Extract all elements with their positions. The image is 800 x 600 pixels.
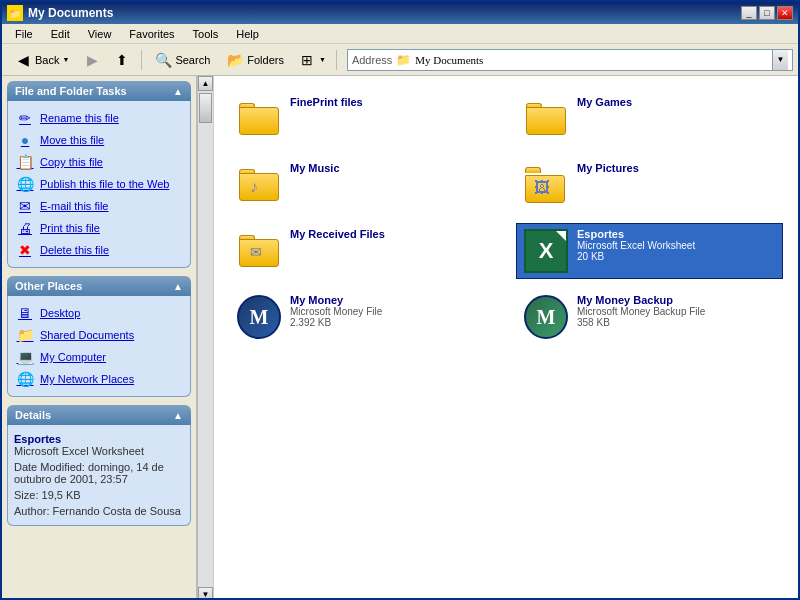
- file-tasks-header[interactable]: File and Folder Tasks ▲: [7, 81, 191, 101]
- copy-link[interactable]: 📋 Copy this file: [12, 151, 186, 173]
- menu-view[interactable]: View: [80, 26, 120, 42]
- details-body: Esportes Microsoft Excel Worksheet Date …: [7, 425, 191, 526]
- fineprint-info: FinePrint files: [290, 96, 489, 108]
- other-places-header[interactable]: Other Places ▲: [7, 276, 191, 296]
- publish-icon: 🌐: [16, 175, 34, 193]
- back-label: Back: [35, 54, 59, 66]
- title-bar: 📁 My Documents _ □ ✕: [2, 2, 798, 24]
- mygames-name: My Games: [577, 96, 776, 108]
- publish-link[interactable]: 🌐 Publish this file to the Web: [12, 173, 186, 195]
- window-controls: _ □ ✕: [741, 6, 793, 20]
- other-places-body: 🖥 Desktop 📁 Shared Documents 💻 My Comput…: [7, 296, 191, 397]
- desktop-link[interactable]: 🖥 Desktop: [12, 302, 186, 324]
- file-item-mygames[interactable]: My Games: [516, 91, 783, 147]
- mymoneybackup-size: 358 KB: [577, 317, 776, 328]
- details-date-modified: Date Modified: domingo, 14 de outubro de…: [14, 461, 184, 485]
- mymusic-info: My Music: [290, 162, 489, 174]
- menu-file[interactable]: File: [7, 26, 41, 42]
- file-item-myreceived[interactable]: My Received Files: [229, 223, 496, 279]
- excel-corner: [556, 231, 566, 241]
- move-link[interactable]: ● Move this file: [12, 129, 186, 151]
- print-link[interactable]: 🖨 Print this file: [12, 217, 186, 239]
- esportes-size: 20 KB: [577, 251, 776, 262]
- file-item-esportes[interactable]: Esportes Microsoft Excel Worksheet 20 KB: [516, 223, 783, 279]
- myreceived-icon: [236, 228, 282, 274]
- details-section: Details ▲ Esportes Microsoft Excel Works…: [7, 405, 191, 526]
- mymoney-desc: Microsoft Money File: [290, 306, 489, 317]
- search-icon: 🔍: [154, 51, 172, 69]
- left-scrollbar[interactable]: ▲ ▼: [197, 76, 214, 600]
- other-places-chevron: ▲: [173, 281, 183, 292]
- file-item-fineprint[interactable]: FinePrint files: [229, 91, 496, 147]
- shared-docs-icon: 📁: [16, 326, 34, 344]
- menu-favorites[interactable]: Favorites: [121, 26, 182, 42]
- folder-body: [239, 173, 279, 201]
- network-places-link[interactable]: 🌐 My Network Places: [12, 368, 186, 390]
- email-icon: ✉: [16, 197, 34, 215]
- views-button[interactable]: ⊞ ▼: [293, 47, 331, 73]
- address-dropdown-button[interactable]: ▼: [772, 50, 788, 70]
- my-computer-link[interactable]: 💻 My Computer: [12, 346, 186, 368]
- rename-icon: ✏: [16, 109, 34, 127]
- mymoneybackup-info: My Money Backup Microsoft Money Backup F…: [577, 294, 776, 328]
- address-folder-icon: 📁: [396, 53, 411, 67]
- money-icon: M: [237, 295, 281, 339]
- up-button[interactable]: ⬆: [108, 47, 136, 73]
- money-backup-icon: M: [524, 295, 568, 339]
- menu-edit[interactable]: Edit: [43, 26, 78, 42]
- toolbar-separator-2: [336, 50, 337, 70]
- menu-help[interactable]: Help: [228, 26, 267, 42]
- folders-button[interactable]: 📂 Folders: [219, 47, 291, 73]
- scroll-up-button[interactable]: ▲: [198, 76, 213, 91]
- pictures-folder-shape: 🖼: [525, 167, 567, 203]
- desktop-label: Desktop: [40, 307, 80, 319]
- mypictures-icon: 🖼: [523, 162, 569, 208]
- mymoney-icon: M: [236, 294, 282, 340]
- details-header[interactable]: Details ▲: [7, 405, 191, 425]
- folders-label: Folders: [247, 54, 284, 66]
- window-title: My Documents: [28, 6, 113, 20]
- copy-label: Copy this file: [40, 156, 103, 168]
- details-file-type: Microsoft Excel Worksheet: [14, 445, 184, 457]
- fineprint-icon: [236, 96, 282, 142]
- address-bar: Address 📁 ▼: [347, 49, 793, 71]
- close-button[interactable]: ✕: [777, 6, 793, 20]
- delete-link[interactable]: ✖ Delete this file: [12, 239, 186, 261]
- address-input[interactable]: [415, 54, 768, 66]
- scroll-down-button[interactable]: ▼: [198, 587, 213, 600]
- file-item-mymusic[interactable]: My Music: [229, 157, 496, 213]
- minimize-button[interactable]: _: [741, 6, 757, 20]
- search-label: Search: [175, 54, 210, 66]
- details-file-name: Esportes: [14, 433, 184, 445]
- file-tasks-label: File and Folder Tasks: [15, 85, 127, 97]
- email-link[interactable]: ✉ E-mail this file: [12, 195, 186, 217]
- excel-icon: [524, 229, 568, 273]
- details-author: Author: Fernando Costa de Sousa: [14, 505, 184, 517]
- fineprint-name: FinePrint files: [290, 96, 489, 108]
- mypictures-info: My Pictures: [577, 162, 776, 174]
- copy-icon: 📋: [16, 153, 34, 171]
- file-grid: FinePrint files My Games: [224, 86, 788, 350]
- title-bar-left: 📁 My Documents: [7, 5, 113, 21]
- maximize-button[interactable]: □: [759, 6, 775, 20]
- print-label: Print this file: [40, 222, 100, 234]
- scroll-thumb[interactable]: [199, 93, 212, 123]
- myreceived-info: My Received Files: [290, 228, 489, 240]
- esportes-icon: [523, 228, 569, 274]
- left-panel: File and Folder Tasks ▲ ✏ Rename this fi…: [2, 76, 197, 600]
- file-item-mymoney[interactable]: M My Money Microsoft Money File 2.392 KB: [229, 289, 496, 345]
- move-icon: ●: [16, 131, 34, 149]
- other-places-section: Other Places ▲ 🖥 Desktop 📁 Shared Docume…: [7, 276, 191, 397]
- mymoney-info: My Money Microsoft Money File 2.392 KB: [290, 294, 489, 328]
- shared-docs-link[interactable]: 📁 Shared Documents: [12, 324, 186, 346]
- folder-shape: [239, 169, 279, 201]
- search-button[interactable]: 🔍 Search: [147, 47, 217, 73]
- details-chevron: ▲: [173, 410, 183, 421]
- rename-link[interactable]: ✏ Rename this file: [12, 107, 186, 129]
- file-item-mypictures[interactable]: 🖼 My Pictures: [516, 157, 783, 213]
- back-button[interactable]: ◀ Back ▼: [7, 47, 76, 73]
- file-item-mymoneybackup[interactable]: M My Money Backup Microsoft Money Backup…: [516, 289, 783, 345]
- folder-body: [239, 239, 279, 267]
- menu-tools[interactable]: Tools: [185, 26, 227, 42]
- forward-button[interactable]: ▶: [78, 47, 106, 73]
